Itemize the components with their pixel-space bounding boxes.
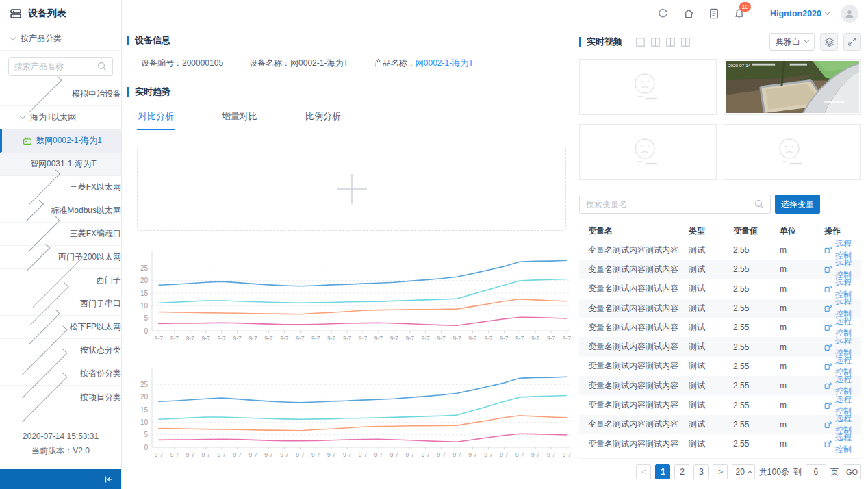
- no-video-icon: [626, 71, 670, 103]
- device-list-icon: [10, 8, 22, 20]
- svg-text:9-7: 9-7: [531, 451, 540, 458]
- product-search-input[interactable]: [14, 62, 93, 71]
- prev-page-button[interactable]: <: [636, 464, 651, 479]
- sidebar-collapse-bar[interactable]: [0, 469, 121, 489]
- page-button-2[interactable]: 2: [674, 464, 689, 479]
- remote-control-icon: [824, 246, 832, 254]
- video-slot-camera[interactable]: 2020-07-14: [724, 59, 861, 115]
- svg-text:25: 25: [140, 381, 149, 388]
- select-variable-button[interactable]: 选择变量: [775, 195, 820, 214]
- svg-text:9-7: 9-7: [515, 335, 524, 342]
- variable-name: 变量名测试内容测试内容: [588, 244, 689, 256]
- layers-button[interactable]: [820, 33, 838, 51]
- fullscreen-button[interactable]: [843, 33, 861, 51]
- chevron-down-icon: [825, 10, 830, 14]
- report-icon[interactable]: [707, 7, 721, 21]
- home-icon[interactable]: [682, 7, 695, 21]
- svg-text:15: 15: [140, 290, 149, 297]
- page-button-3[interactable]: 3: [693, 464, 709, 479]
- pagination: < 1 2 3 > 20 共100条 到 6 页 GO: [579, 458, 861, 479]
- search-icon[interactable]: [754, 199, 764, 209]
- variable-name: 变量名测试内容测试内容: [588, 418, 689, 430]
- tree-item[interactable]: 西门子串口: [0, 292, 121, 316]
- svg-text:9-7: 9-7: [155, 335, 164, 342]
- svg-text:9-7: 9-7: [468, 335, 477, 342]
- topbar: 10 Hignton2020: [122, 0, 868, 27]
- layout-3-window-icon[interactable]: [666, 38, 675, 47]
- layout-1-window-icon[interactable]: [636, 38, 645, 47]
- layout-4-window-icon[interactable]: [681, 38, 690, 47]
- variable-name: 变量名测试内容测试内容: [588, 341, 689, 353]
- variable-name: 变量名测试内容测试内容: [588, 264, 689, 275]
- expand-icon: [847, 37, 857, 47]
- next-page-button[interactable]: >: [713, 464, 728, 479]
- goto-page-input[interactable]: 6: [806, 464, 826, 479]
- variable-type: 测试: [689, 438, 733, 450]
- video-layout-switcher: [636, 38, 690, 47]
- layout-2-window-icon[interactable]: [651, 38, 660, 47]
- variable-unit: m: [780, 264, 824, 274]
- tree-group-by-project[interactable]: 按项目分类: [0, 386, 121, 409]
- video-slot-empty-2[interactable]: [579, 124, 717, 180]
- table-row: 变量名测试内容测试内容测试2.55m远程控制: [579, 299, 861, 318]
- variable-value: 2.55: [733, 401, 780, 410]
- trend-line-chart-2: 05101520259-79-79-79-79-79-79-79-79-79-7…: [131, 365, 573, 469]
- product-search-box: [8, 57, 113, 76]
- user-icon: [844, 8, 855, 19]
- page-size-select[interactable]: 20: [732, 464, 754, 479]
- tab-increment-compare[interactable]: 增量对比: [220, 105, 259, 130]
- variable-type: 测试: [689, 360, 733, 372]
- device-online-icon: [23, 136, 32, 146]
- user-menu[interactable]: Hignton2020: [770, 9, 829, 18]
- variable-type: 测试: [689, 399, 733, 411]
- goto-confirm-button[interactable]: GO: [843, 464, 861, 479]
- current-timestamp: 2020-07-14 15:53:31: [0, 429, 121, 444]
- product-name-link[interactable]: 网0002-1-海为T: [416, 58, 474, 68]
- video-slot-empty-3[interactable]: [724, 124, 861, 180]
- page-button-1[interactable]: 1: [655, 464, 670, 479]
- tree-item-haiwei[interactable]: 海为T以太网: [0, 106, 121, 129]
- svg-text:9-7: 9-7: [452, 335, 461, 342]
- svg-text:9-7: 9-7: [280, 451, 289, 458]
- remote-control-link[interactable]: 远程控制: [824, 432, 857, 455]
- tree-item-simulated[interactable]: 模拟中冶设备: [0, 83, 121, 106]
- tree-item[interactable]: 标准Modbus以太网: [0, 199, 121, 223]
- variable-type: 测试: [689, 380, 733, 392]
- tab-ratio-analysis[interactable]: 比例分析: [304, 105, 342, 130]
- camera-feed: 2020-07-14: [726, 61, 859, 113]
- svg-text:9-7: 9-7: [233, 451, 242, 458]
- tree-item[interactable]: 西门子200以太网: [0, 246, 121, 269]
- svg-text:9-7: 9-7: [406, 335, 415, 342]
- svg-text:9-7: 9-7: [248, 451, 257, 458]
- variable-type: 测试: [689, 341, 733, 353]
- variable-search-input[interactable]: [586, 199, 750, 209]
- version-info: 2020-07-14 15:53:31 当前版本：V2.0: [0, 429, 121, 469]
- video-slot-empty-1[interactable]: [579, 59, 717, 115]
- theme-select[interactable]: 典雅白: [769, 33, 815, 51]
- svg-text:9-7: 9-7: [406, 451, 415, 458]
- svg-text:9-7: 9-7: [233, 335, 242, 342]
- variable-search-box: [579, 195, 771, 214]
- tab-compare-analysis[interactable]: 对比分析: [137, 105, 175, 130]
- svg-text:9-7: 9-7: [296, 451, 305, 458]
- tree-leaf-device[interactable]: 智网0031-1-海为T: [0, 153, 121, 176]
- add-chart-placeholder[interactable]: [137, 147, 566, 231]
- table-row: 变量名测试内容测试内容测试2.55m远程控制: [579, 415, 861, 434]
- username: Hignton2020: [770, 9, 821, 18]
- notifications-bell-icon[interactable]: 10: [732, 7, 746, 21]
- svg-text:9-7: 9-7: [374, 335, 383, 342]
- avatar[interactable]: [841, 5, 858, 23]
- search-icon[interactable]: [97, 62, 107, 71]
- remote-control-icon: [824, 381, 832, 390]
- svg-text:9-7: 9-7: [422, 451, 431, 458]
- tree-group-by-product[interactable]: 按产品分类: [0, 27, 121, 51]
- collapse-sidebar-icon[interactable]: [103, 474, 114, 485]
- goto-label: 到: [793, 466, 802, 478]
- refresh-icon[interactable]: [656, 7, 670, 21]
- variable-unit: m: [780, 420, 824, 429]
- variable-type: 测试: [689, 418, 733, 430]
- tree-leaf-device-selected[interactable]: 数网0002-1-海为1: [0, 129, 121, 153]
- device-info-title: 设备信息: [127, 34, 572, 47]
- tree-item[interactable]: 三菱FX以太网: [0, 176, 121, 199]
- tree-item[interactable]: 三菱FX编程口: [0, 223, 121, 246]
